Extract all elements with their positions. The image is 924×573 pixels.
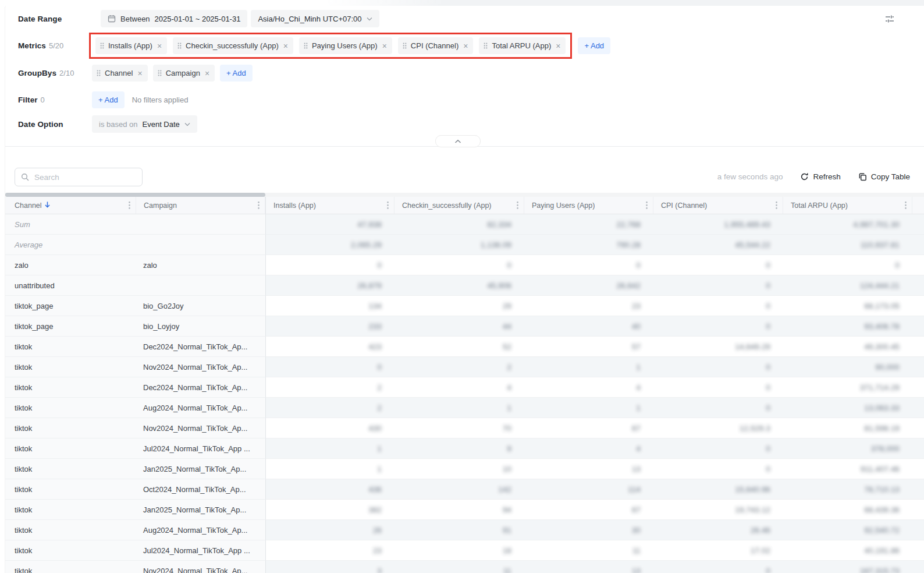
column-header-installs-app-[interactable]: Installs (App)	[265, 197, 395, 214]
table-row[interactable]: tiktokOct2024_Normal_TikTok_Ap...4361421…	[5, 479, 924, 500]
table-row[interactable]: tiktokJul2024_Normal_TikTok_App ...19403…	[5, 438, 924, 459]
table-row[interactable]: Sum47,93882,33422,7681,955,489.434,987,7…	[5, 214, 924, 235]
metric-chip[interactable]: Total ARPU (App)×	[479, 37, 566, 54]
drag-handle-icon[interactable]	[97, 70, 101, 76]
metric-value-cell: 19,743.12	[653, 500, 783, 520]
metric-value-cell: 0	[653, 398, 783, 418]
remove-chip-icon[interactable]: ×	[283, 42, 288, 50]
chevron-down-icon	[184, 122, 190, 126]
column-header-campaign[interactable]: Campaign	[136, 197, 265, 214]
column-header-checkin-successfully-app-[interactable]: Checkin_successfully (App)	[395, 197, 524, 214]
column-menu-icon[interactable]	[129, 201, 130, 209]
refresh-button[interactable]: Refresh	[800, 172, 840, 181]
date-range-picker[interactable]: Between 2025-01-01 ~ 2025-01-31	[101, 10, 247, 27]
metric-value-cell: 382	[265, 500, 395, 520]
remove-chip-icon[interactable]: ×	[463, 42, 468, 50]
table-row[interactable]: tiktok_pagebio_Go2Joy1342923068,173.05	[5, 296, 924, 316]
copy-table-button[interactable]: Copy Table	[858, 172, 910, 181]
campaign-cell: Dec2024_Normal_TikTok_Ap...	[136, 377, 265, 398]
column-header-channel[interactable]: Channel	[5, 197, 136, 214]
metric-value-cell: 18	[395, 540, 524, 561]
metric-chip[interactable]: CPI (Channel)×	[398, 37, 474, 54]
panel-settings-icon[interactable]	[883, 13, 896, 26]
row-filler	[912, 275, 924, 296]
summary-row-label: Average	[5, 235, 136, 255]
column-header-paying-users-app-[interactable]: Paying Users (App)	[524, 197, 653, 214]
table-row[interactable]: tiktokDec2024_Normal_TikTok_Ap...4235257…	[5, 337, 924, 357]
table-row[interactable]: unattributed26,87945,90626,6420124,444.2…	[5, 275, 924, 296]
metric-value-cell: 0	[653, 316, 783, 337]
scrollbar-thumb[interactable]	[5, 193, 265, 197]
table-row[interactable]: zalozalo00000	[5, 255, 924, 275]
campaign-cell: Nov2024_Normal_TikTok_Ap...	[136, 561, 265, 573]
groupby-chip[interactable]: Channel×	[92, 65, 148, 82]
campaign-cell: Jul2024_Normal_TikTok_App ...	[136, 540, 265, 561]
table-row[interactable]: tiktokNov2024_Normal_TikTok_Ap...4307067…	[5, 418, 924, 438]
metric-value-cell: 82,334	[395, 214, 524, 235]
column-menu-icon[interactable]	[387, 201, 389, 209]
remove-chip-icon[interactable]: ×	[157, 42, 162, 50]
timezone-select[interactable]: Asia/Ho_Chi_Minh UTC+07:00	[251, 10, 379, 27]
metric-value-cell: 4	[524, 377, 653, 398]
drag-handle-icon[interactable]	[100, 43, 104, 49]
metric-value-cell: 0	[653, 561, 783, 573]
add-metric-button[interactable]: + Add	[578, 37, 610, 54]
remove-chip-icon[interactable]: ×	[205, 69, 209, 77]
column-menu-icon[interactable]	[258, 201, 260, 209]
table-row[interactable]: tiktokDec2024_Normal_TikTok_Ap...2440371…	[5, 377, 924, 398]
table-row[interactable]: tiktokNov2024_Normal_TikTok_Ap...3111301…	[5, 561, 924, 573]
date-option-select[interactable]: is based on Event Date	[92, 115, 197, 133]
horizontal-scrollbar[interactable]	[5, 193, 924, 197]
channel-cell: tiktok	[5, 459, 136, 479]
page-background	[0, 0, 924, 6]
column-menu-icon[interactable]	[776, 201, 777, 209]
metric-value-cell: 430	[265, 418, 395, 438]
column-header-total-arpu-app-[interactable]: Total ARPU (App)	[783, 197, 912, 214]
table-row[interactable]: tiktokAug2024_Normal_TikTok_Ap...211013,…	[5, 398, 924, 418]
search-box[interactable]	[15, 168, 143, 186]
metric-chip[interactable]: Checkin_successfully (App)×	[173, 37, 293, 54]
table-row[interactable]: tiktokJul2024_Normal_TikTok_App ...23181…	[5, 540, 924, 561]
drag-handle-icon[interactable]	[158, 70, 162, 76]
column-menu-icon[interactable]	[905, 201, 907, 209]
drag-handle-icon[interactable]	[403, 43, 407, 49]
column-menu-icon[interactable]	[517, 201, 518, 209]
metric-chip[interactable]: Installs (App)×	[95, 37, 167, 54]
campaign-cell: Jul2024_Normal_TikTok_App ...	[136, 438, 265, 459]
column-menu-icon[interactable]	[646, 201, 648, 209]
channel-cell: tiktok	[5, 438, 136, 459]
metric-value-cell: 68,173.05	[783, 296, 912, 316]
groupby-chip[interactable]: Campaign×	[153, 65, 215, 82]
column-header-cpi-channel-[interactable]: CPI (Channel)	[653, 197, 783, 214]
metric-value-cell: 1,136.09	[395, 235, 524, 255]
table-row[interactable]: tiktok_pagebio_Loyjoy2334440093,406.78	[5, 316, 924, 337]
metric-value-cell: 30	[524, 520, 653, 540]
metrics-count: 5/20	[49, 41, 63, 50]
campaign-cell: Oct2024_Normal_TikTok_Ap...	[136, 479, 265, 500]
campaign-cell: Aug2024_Normal_TikTok_Ap...	[136, 398, 265, 418]
metric-value-cell: 93,406.78	[783, 316, 912, 337]
remove-chip-icon[interactable]: ×	[137, 69, 142, 77]
metric-value-cell: 2	[395, 357, 524, 377]
table-row[interactable]: tiktokJan2025_Normal_TikTok_Ap...3829467…	[5, 500, 924, 520]
drag-handle-icon[interactable]	[177, 43, 182, 49]
collapse-panel-button[interactable]	[435, 135, 481, 147]
remove-chip-icon[interactable]: ×	[382, 42, 387, 50]
remove-chip-icon[interactable]: ×	[556, 42, 560, 50]
drag-handle-icon[interactable]	[304, 43, 308, 49]
search-input[interactable]	[33, 172, 136, 182]
drag-handle-icon[interactable]	[484, 43, 488, 49]
channel-cell: zalo	[5, 255, 136, 275]
add-groupby-button[interactable]: + Add	[220, 65, 253, 82]
add-filter-button[interactable]: + Add	[92, 91, 125, 108]
metric-value-cell: 11	[524, 540, 653, 561]
table-row[interactable]: tiktokNov2024_Normal_TikTok_Ap...021090,…	[5, 357, 924, 377]
table-row[interactable]: tiktokJan2025_Normal_TikTok_Ap...1101309…	[5, 459, 924, 479]
table-row[interactable]: Average2,065.291,136.09790.2845,544.2211…	[5, 235, 924, 255]
metric-value-cell: 29	[395, 296, 524, 316]
metric-chip[interactable]: Paying Users (App)×	[299, 37, 392, 54]
table-row[interactable]: tiktokAug2024_Normal_TikTok_Ap...2691302…	[5, 520, 924, 540]
metric-value-cell: 4,987,701.30	[783, 214, 912, 235]
metric-value-cell: 110,937.81	[783, 235, 912, 255]
channel-cell: tiktok	[5, 540, 136, 561]
